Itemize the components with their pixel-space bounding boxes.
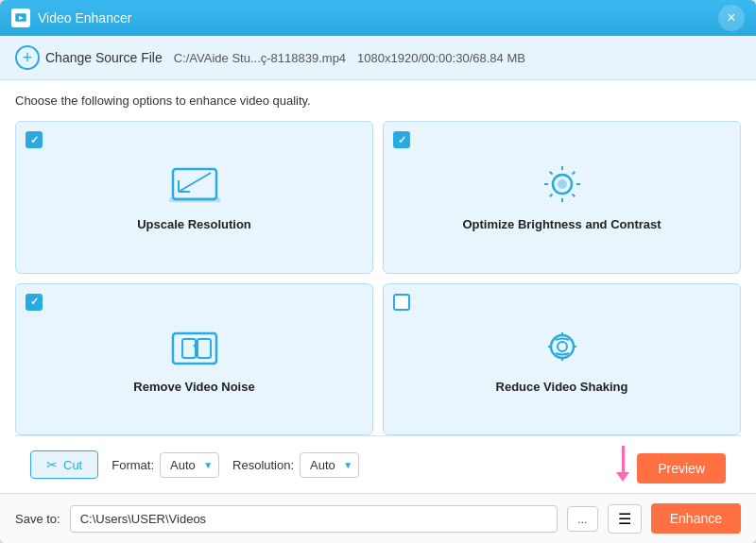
format-label: Format:: [112, 458, 154, 472]
title-bar-left: Video Enhancer: [11, 8, 131, 27]
format-dropdown[interactable]: Auto: [160, 452, 219, 478]
source-bar: + Change Source File C:/AVAide Stu...ç-8…: [0, 36, 756, 80]
svg-line-14: [572, 195, 575, 197]
svg-line-4: [179, 173, 211, 192]
app-icon: [11, 8, 30, 27]
main-content: Choose the following options to enhance …: [0, 80, 756, 493]
window-title: Video Enhancer: [38, 10, 131, 25]
upscale-icon: [168, 164, 221, 208]
brightness-checkbox[interactable]: [393, 131, 410, 148]
preview-enhance-area: Preview: [616, 446, 726, 484]
resolution-dropdown-wrapper: Auto ▼: [300, 452, 359, 478]
save-path-input[interactable]: [70, 505, 558, 533]
noise-icon: [168, 327, 221, 370]
shaking-label: Reduce Video Shaking: [496, 380, 628, 394]
option-noise: Remove Video Noise: [15, 283, 373, 436]
arrow-indicator: [616, 446, 629, 482]
shaking-checkbox[interactable]: [393, 294, 410, 311]
folder-icon: ☰: [618, 511, 631, 527]
preview-button[interactable]: Preview: [637, 453, 726, 484]
svg-line-13: [549, 172, 552, 175]
svg-rect-18: [182, 339, 196, 358]
footer-bar: Save to: ... ☰ Enhance: [0, 493, 756, 543]
option-upscale: Upscale Resolution: [15, 121, 373, 274]
title-bar: Video Enhancer ×: [0, 0, 756, 36]
arrow-head-icon: [616, 472, 629, 482]
file-meta: 1080x1920/00:00:30/68.84 MB: [357, 51, 525, 65]
svg-point-21: [558, 342, 567, 351]
svg-point-8: [558, 179, 567, 189]
change-source-button[interactable]: + Change Source File: [15, 45, 163, 70]
close-button[interactable]: ×: [718, 5, 745, 31]
file-path: C:/AVAide Stu...ç-8118839.mp4: [174, 51, 346, 65]
cut-label: Cut: [63, 458, 82, 472]
option-shaking: Reduce Video Shaking: [383, 283, 741, 436]
resolution-dropdown[interactable]: Auto: [300, 452, 359, 478]
option-brightness: Optimize Brightness and Contrast: [383, 121, 741, 274]
noise-checkbox[interactable]: [26, 294, 43, 311]
format-group: Format: Auto ▼: [112, 452, 219, 478]
change-source-label: Change Source File: [45, 50, 163, 65]
subtitle: Choose the following options to enhance …: [15, 93, 741, 108]
svg-line-15: [572, 172, 575, 175]
toolbar: ✂ Cut Format: Auto ▼ Resolution: Auto: [15, 435, 741, 493]
folder-button[interactable]: ☰: [608, 504, 642, 534]
video-enhancer-window: Video Enhancer × + Change Source File C:…: [0, 0, 756, 543]
resolution-label: Resolution:: [232, 458, 294, 472]
plus-circle-icon: +: [15, 45, 40, 70]
svg-rect-19: [198, 339, 211, 358]
noise-label: Remove Video Noise: [133, 380, 254, 394]
cut-button[interactable]: ✂ Cut: [30, 450, 98, 479]
browse-dots-button[interactable]: ...: [567, 506, 598, 532]
svg-rect-3: [169, 197, 220, 202]
scissors-icon: ✂: [46, 457, 58, 472]
arrow-shaft: [622, 446, 625, 472]
svg-line-16: [549, 195, 552, 197]
brightness-icon: [536, 164, 589, 208]
resolution-group: Resolution: Auto ▼: [232, 452, 359, 478]
options-grid: Upscale Resolution: [15, 121, 741, 435]
save-label: Save to:: [15, 512, 60, 526]
upscale-label: Upscale Resolution: [137, 217, 251, 231]
format-dropdown-wrapper: Auto ▼: [160, 452, 219, 478]
enhance-button[interactable]: Enhance: [651, 503, 741, 534]
shaking-icon: [536, 327, 589, 370]
upscale-checkbox[interactable]: [26, 131, 43, 148]
brightness-label: Optimize Brightness and Contrast: [462, 217, 661, 231]
